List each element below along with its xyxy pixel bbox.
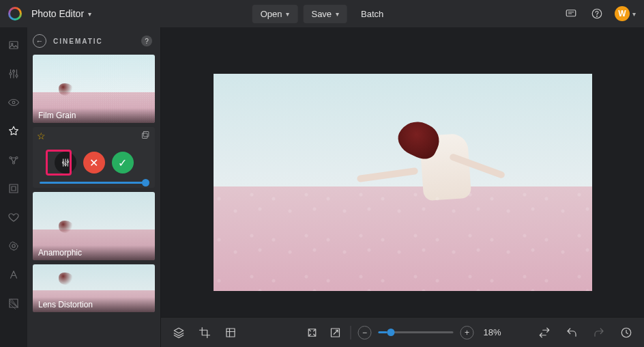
bottom-toolbar: − + 18% (161, 317, 644, 347)
save-label: Save (311, 9, 332, 19)
photo-preview (214, 74, 592, 291)
effect-card-anamorphic[interactable]: Anamorphic (33, 192, 155, 260)
svg-rect-3 (10, 42, 18, 49)
account-menu[interactable]: W ▾ (615, 6, 636, 21)
svg-point-7 (16, 75, 18, 77)
back-button[interactable]: ← (33, 34, 46, 48)
help-icon[interactable] (589, 5, 605, 22)
history-icon[interactable] (618, 324, 634, 341)
image-tool-icon[interactable] (5, 37, 22, 53)
svg-point-4 (12, 43, 13, 44)
svg-rect-0 (566, 10, 576, 16)
svg-rect-12 (10, 184, 18, 193)
stack-icon[interactable] (141, 130, 151, 142)
effect-intensity-slider[interactable] (33, 182, 155, 184)
topbar-actions: Open ▾ Save ▾ Batch (252, 5, 392, 23)
canvas-viewport[interactable] (161, 27, 644, 317)
canvas-area: − + 18% (161, 27, 644, 347)
topbar-right: W ▾ (563, 5, 636, 22)
zoom-percentage[interactable]: 18% (483, 327, 501, 337)
svg-point-8 (12, 101, 15, 104)
star-icon[interactable] (5, 123, 22, 139)
effect-label: Film Grain (33, 108, 155, 123)
open-button[interactable]: Open ▾ (252, 5, 298, 23)
open-label: Open (261, 9, 282, 19)
divider (350, 326, 351, 339)
zoom-out-button[interactable]: − (357, 326, 371, 339)
effects-panel: ← CINEMATIC ? Film Grain ☆ (27, 27, 161, 347)
svg-rect-13 (12, 186, 16, 191)
tool-rail (0, 27, 27, 347)
svg-point-5 (10, 73, 12, 75)
chevron-down-icon: ▾ (88, 10, 91, 18)
eye-icon[interactable] (5, 94, 22, 111)
sliders-icon[interactable] (5, 66, 22, 82)
svg-point-19 (64, 163, 65, 165)
fullscreen-icon[interactable] (327, 324, 343, 341)
heart-icon[interactable] (5, 209, 22, 225)
grid-icon[interactable] (222, 324, 239, 341)
svg-rect-16 (143, 132, 149, 137)
frame-icon[interactable] (5, 180, 22, 197)
texture-icon[interactable] (5, 295, 22, 311)
batch-label: Batch (361, 9, 383, 19)
fit-screen-icon[interactable] (304, 324, 320, 341)
zoom-in-button[interactable]: + (460, 326, 473, 339)
panel-help-icon[interactable]: ? (141, 36, 152, 46)
cancel-button[interactable]: ✕ (83, 152, 105, 174)
effects-list[interactable]: Film Grain ☆ ✕ ✓ (27, 55, 160, 318)
crop-icon[interactable] (196, 324, 213, 341)
message-icon[interactable] (563, 5, 579, 22)
effect-card-film-grain[interactable]: Film Grain (33, 55, 155, 123)
svg-rect-17 (143, 133, 148, 139)
effect-actions: ✕ ✓ (33, 145, 155, 182)
zoom-slider[interactable] (378, 331, 453, 333)
nodes-icon[interactable] (5, 152, 22, 168)
bottombar-left (171, 324, 239, 341)
topbar: Photo Editor ▾ Open ▾ Save ▾ Batch W ▾ (0, 0, 644, 27)
effect-label: Anamorphic (33, 245, 155, 260)
app-title-label: Photo Editor (31, 8, 84, 19)
bottombar-center: − + 18% (304, 324, 501, 341)
svg-rect-21 (226, 329, 235, 337)
effect-card-header: ☆ (33, 127, 155, 145)
avatar: W (615, 6, 630, 21)
redo-icon[interactable] (591, 324, 607, 341)
batch-button[interactable]: Batch (353, 5, 392, 23)
svg-point-18 (62, 162, 63, 163)
svg-point-20 (67, 161, 68, 162)
adjust-button[interactable] (55, 152, 76, 174)
avatar-initial: W (618, 9, 626, 18)
effect-label: Lens Distortion (33, 297, 155, 312)
chevron-down-icon: ▾ (286, 10, 289, 18)
svg-point-14 (12, 245, 16, 248)
effect-card-lens-distortion[interactable]: Lens Distortion (33, 264, 155, 312)
compare-icon[interactable] (536, 324, 553, 341)
gear-icon[interactable] (5, 238, 22, 254)
svg-point-6 (13, 70, 15, 72)
panel-header: ← CINEMATIC ? (27, 27, 160, 55)
save-button[interactable]: Save ▾ (303, 5, 347, 23)
favorite-star-icon[interactable]: ☆ (37, 130, 46, 141)
chevron-down-icon: ▾ (632, 10, 636, 18)
undo-icon[interactable] (564, 324, 580, 341)
apply-button[interactable]: ✓ (112, 152, 134, 174)
effect-card-selected: ☆ ✕ ✓ (33, 127, 155, 188)
layers-icon[interactable] (171, 324, 187, 341)
text-icon[interactable] (5, 266, 22, 283)
app-logo[interactable] (8, 7, 22, 20)
app-title-dropdown[interactable]: Photo Editor ▾ (31, 8, 91, 19)
svg-point-2 (597, 16, 598, 16)
bottombar-right (536, 324, 634, 341)
main: ← CINEMATIC ? Film Grain ☆ (0, 27, 644, 347)
chevron-down-icon: ▾ (336, 10, 339, 18)
panel-title: CINEMATIC (53, 38, 103, 45)
